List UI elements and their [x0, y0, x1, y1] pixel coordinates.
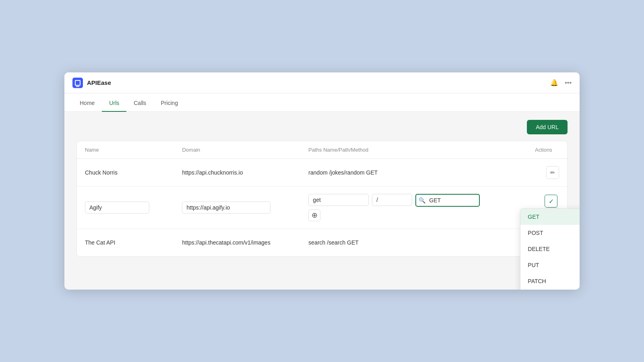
app-name: APIEase [87, 79, 111, 86]
table-header-row: Name Domain Paths Name/Path/Method Actio… [77, 141, 567, 159]
row-paths-edit-cell: 🔍 GET POST DELETE PUT PATCH [300, 187, 527, 229]
toolbar: Add URL [76, 120, 568, 134]
titlebar-right: 🔔 ••• [550, 79, 572, 86]
table-container: Name Domain Paths Name/Path/Method Actio… [76, 141, 568, 257]
method-search-icon: 🔍 [419, 197, 425, 204]
path-url-input[interactable] [372, 194, 412, 206]
col-paths: Paths Name/Path/Method [300, 141, 527, 159]
tab-home[interactable]: Home [72, 95, 102, 112]
app-window: APIEase 🔔 ••• Home Urls Calls Pricing Ad… [64, 72, 580, 290]
method-wrapper: 🔍 GET POST DELETE PUT PATCH [415, 194, 480, 207]
dropdown-option-delete[interactable]: DELETE [520, 241, 580, 257]
path-name-input[interactable] [308, 194, 369, 206]
edit-icon: ✏ [550, 169, 555, 176]
row-name: The Cat API [77, 229, 174, 257]
col-domain: Domain [174, 141, 300, 159]
edit-button[interactable]: ✏ [546, 166, 559, 179]
dropdown-option-post[interactable]: POST [520, 225, 580, 241]
titlebar-left: APIEase [72, 78, 111, 88]
main-content: Add URL Name Domain Paths Name/Path/Meth… [64, 112, 580, 265]
tab-calls[interactable]: Calls [126, 95, 153, 112]
method-dropdown: GET POST DELETE PUT PATCH OPTIONS [520, 208, 580, 290]
add-url-button[interactable]: Add URL [527, 120, 568, 134]
row-domain-edit-cell [174, 187, 300, 229]
tab-urls[interactable]: Urls [102, 95, 126, 112]
col-actions: Actions [527, 141, 567, 159]
add-path-button[interactable]: ⊕ [308, 209, 320, 221]
row-name-edit-cell [77, 187, 174, 229]
navbar: Home Urls Calls Pricing [64, 93, 580, 112]
dropdown-option-patch[interactable]: PATCH [520, 273, 580, 289]
col-name: Name [77, 141, 174, 159]
row-paths: random /jokes/random GET [300, 159, 527, 187]
confirm-icon: ✓ [549, 197, 554, 205]
dropdown-option-get[interactable]: GET [520, 209, 580, 225]
dropdown-option-put[interactable]: PUT [520, 257, 580, 273]
add-path-icon: ⊕ [312, 211, 318, 220]
table-row: The Cat API https://api.thecatapi.com/v1… [77, 229, 567, 257]
table-row: Chuck Norris https://api.chucknorris.io … [77, 159, 567, 187]
app-icon [72, 78, 83, 88]
path-inputs-group: 🔍 GET POST DELETE PUT PATCH [308, 194, 519, 207]
name-input[interactable] [85, 202, 149, 214]
row-paths: search /search GET [300, 229, 527, 257]
row-domain: https://api.thecatapi.com/v1/images [174, 229, 300, 257]
urls-table: Name Domain Paths Name/Path/Method Actio… [77, 141, 567, 256]
tab-pricing[interactable]: Pricing [153, 95, 185, 112]
bell-icon[interactable]: 🔔 [550, 79, 558, 86]
titlebar: APIEase 🔔 ••• [64, 72, 580, 93]
table-row-editing: 🔍 GET POST DELETE PUT PATCH [77, 187, 567, 229]
domain-input[interactable] [182, 202, 270, 214]
dropdown-option-options[interactable]: OPTIONS [520, 289, 580, 290]
row-actions: ✏ [527, 159, 567, 187]
row-name: Chuck Norris [77, 159, 174, 187]
row-domain: https://api.chucknorris.io [174, 159, 300, 187]
confirm-button[interactable]: ✓ [545, 195, 557, 208]
more-icon[interactable]: ••• [565, 79, 572, 86]
